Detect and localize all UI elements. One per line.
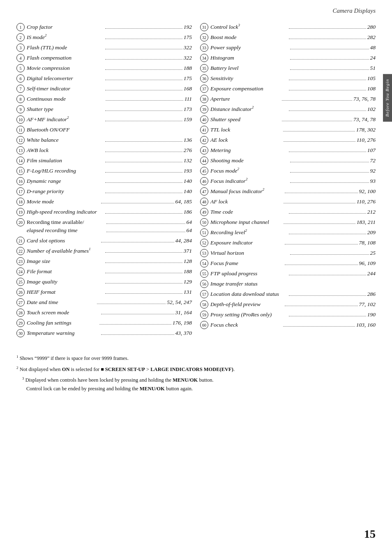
item-label: Focus check (210, 321, 282, 329)
item-label: TTL lock (210, 126, 282, 134)
item-text: Crop factor192 (27, 23, 192, 31)
list-item: 50Microphone input channel183, 211 (200, 218, 376, 226)
item-number: 47 (200, 187, 208, 196)
list-item: 32Boost mode282 (200, 33, 376, 41)
item-number: 30 (16, 329, 25, 337)
item-page: 183, 211 (357, 218, 376, 226)
item-page: 51 (370, 64, 376, 72)
item-number: 60 (200, 321, 208, 329)
item-number: 1 (16, 23, 25, 31)
list-item: 12White balance136 (16, 136, 192, 144)
list-item: 2IS mode2175 (16, 33, 192, 41)
list-item: 59Proxy setting (ProRes only)190 (200, 310, 376, 319)
footnotes: 1 Shows “9999” if there is space for ove… (0, 347, 392, 403)
item-number: 45 (200, 167, 208, 175)
item-label: Boost mode (210, 33, 288, 41)
item-text: Continuous mode111 (27, 95, 192, 103)
item-text: Distance indicator2102 (210, 105, 376, 113)
item-text: Focus frame96, 109 (210, 259, 376, 267)
item-number: 5 (16, 64, 25, 72)
item-label: Digital teleconverter (27, 74, 104, 83)
item-page: 96, 109 (359, 259, 376, 267)
item-page: 188 (184, 267, 192, 276)
list-item: 4Flash compensation322 (16, 53, 192, 62)
item-text: Number of available frames1371 (27, 247, 192, 255)
list-item: 48AF lock110, 276 (200, 197, 376, 206)
item-number: 17 (16, 187, 25, 196)
list-item: 22Number of available frames1371 (16, 247, 192, 255)
item-label: Recording time available/ (27, 218, 105, 226)
item-label: White balance (27, 136, 104, 144)
item-label: Movie mode (27, 198, 100, 206)
item-text: FTP upload progress244 (210, 270, 376, 278)
item-page: 92, 100 (359, 187, 376, 196)
item-label: Exposure indicator (210, 239, 284, 247)
item-text: Image transfer status (210, 280, 376, 288)
item-number: 31 (200, 23, 208, 31)
list-item: 13AWB lock276 (16, 146, 192, 154)
item-number: 7 (16, 85, 25, 93)
item-text: Cooling fan settings176, 198 (27, 319, 192, 327)
list-item: 45Focus mode292 (200, 166, 376, 175)
item-text: Self-timer indicator168 (27, 85, 192, 93)
content-area: 1Crop factor1922IS mode21753Flash (TTL) … (0, 18, 392, 347)
item-number: 48 (200, 198, 208, 206)
item-number: 33 (200, 44, 208, 52)
item-text: AF lock110, 276 (210, 198, 376, 206)
list-item: 52Exposure indicator78, 108 (200, 238, 376, 247)
list-item: 43Metering107 (200, 146, 376, 154)
item-page: 193 (184, 167, 192, 175)
item-page: 78, 108 (359, 239, 376, 247)
list-item: 1Crop factor192 (16, 23, 192, 31)
item-label: Flash (TTL) mode (27, 44, 104, 52)
item-label: Distance indicator2 (210, 105, 288, 113)
item-label: High-speed recording indicator (27, 208, 104, 216)
item-page: 43, 370 (175, 329, 192, 337)
item-text: Touch screen mode31, 164 (27, 309, 192, 317)
item-label: Aperture (210, 95, 281, 103)
item-label: Location data download status (210, 290, 288, 298)
list-item: 6Digital teleconverter175 (16, 74, 192, 83)
item-number: 20 (16, 218, 25, 226)
item-label: Focus frame (210, 259, 284, 267)
item-label: Sensitivity (210, 74, 288, 83)
item-page: 93 (370, 177, 376, 185)
item-page: 176, 198 (173, 319, 192, 327)
item-number: 44 (200, 157, 208, 165)
item-text: Virtual horizon25 (210, 249, 376, 257)
list-item: 15F-Log/HLG recording193 (16, 166, 192, 175)
item-number: 23 (16, 257, 25, 265)
item-text: IS mode2175 (27, 33, 192, 41)
item-text: Focus check103, 160 (210, 321, 376, 329)
item-label: Histogram (210, 54, 289, 62)
item-page: 111 (184, 95, 192, 103)
item-number: 38 (200, 95, 208, 103)
item-number: 35 (200, 64, 208, 72)
list-item: 19High-speed recording indicator186 (16, 207, 192, 216)
item-label: AWB lock (27, 146, 104, 154)
item-label: Date and time (27, 298, 96, 306)
item-label: Film simulation (27, 157, 104, 165)
item-text: Flash (TTL) mode322 (27, 44, 192, 52)
item-page: 186 (184, 208, 192, 216)
footnote: 1 Shows “9999” if there is space for ove… (16, 354, 376, 363)
item-number: 50 (200, 218, 208, 226)
item-label: Shutter speed (210, 115, 281, 124)
item-page: 64, 185 (175, 198, 192, 206)
item-page: 168 (184, 85, 192, 93)
list-item: 42AE lock110, 276 (200, 136, 376, 144)
item-label: Flash compensation (27, 54, 104, 62)
item-page: 159 (184, 115, 192, 124)
item-text: HEIF format131 (27, 288, 192, 296)
item-number: 43 (200, 146, 208, 154)
list-item: 14Film simulation132 (16, 156, 192, 165)
item-label: Touch screen mode (27, 309, 100, 317)
item-label: Time code (210, 208, 288, 216)
sidebar-tab: Before You Begin (383, 74, 392, 122)
item-label: Image quality (27, 278, 104, 286)
item-page: 107 (367, 146, 376, 154)
page-header: Camera Displays (0, 0, 392, 18)
list-item: 60Focus check103, 160 (200, 320, 376, 329)
list-item: 38Aperture73, 76, 78 (200, 94, 376, 103)
item-label: F-Log/HLG recording (27, 167, 104, 175)
